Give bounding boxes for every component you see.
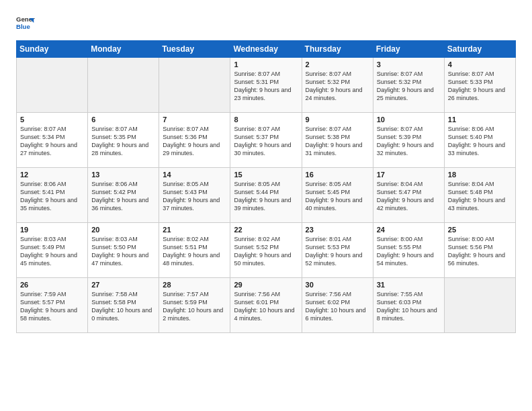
- day-cell-27: 27Sunrise: 7:58 AMSunset: 5:58 PMDayligh…: [88, 278, 159, 333]
- day-cell-18: 18Sunrise: 8:04 AMSunset: 5:48 PMDayligh…: [444, 168, 515, 223]
- day-cell-31: 31Sunrise: 7:55 AMSunset: 6:03 PMDayligh…: [373, 278, 444, 333]
- day-cell-8: 8Sunrise: 8:07 AMSunset: 5:37 PMDaylight…: [230, 113, 302, 168]
- cell-content: Sunrise: 7:59 AMSunset: 5:57 PMDaylight:…: [20, 290, 84, 323]
- day-cell-22: 22Sunrise: 8:02 AMSunset: 5:52 PMDayligh…: [230, 223, 302, 278]
- day-number: 26: [20, 281, 84, 289]
- col-header-saturday: Saturday: [444, 41, 515, 58]
- day-number: 17: [377, 171, 441, 179]
- day-number: 6: [91, 116, 155, 124]
- col-header-sunday: Sunday: [17, 41, 88, 58]
- day-cell-6: 6Sunrise: 8:07 AMSunset: 5:35 PMDaylight…: [88, 113, 159, 168]
- day-number: 7: [163, 116, 226, 124]
- day-number: 1: [234, 60, 298, 68]
- cell-content: Sunrise: 7:56 AMSunset: 6:01 PMDaylight:…: [234, 290, 298, 323]
- cell-content: Sunrise: 7:55 AMSunset: 6:03 PMDaylight:…: [377, 290, 441, 323]
- cell-content: Sunrise: 8:00 AMSunset: 5:55 PMDaylight:…: [377, 235, 441, 268]
- day-number: 31: [377, 281, 441, 289]
- day-cell-24: 24Sunrise: 8:00 AMSunset: 5:55 PMDayligh…: [373, 223, 444, 278]
- day-number: 18: [448, 171, 512, 179]
- day-cell-26: 26Sunrise: 7:59 AMSunset: 5:57 PMDayligh…: [17, 278, 88, 333]
- cell-content: Sunrise: 8:07 AMSunset: 5:39 PMDaylight:…: [377, 125, 441, 158]
- day-cell-7: 7Sunrise: 8:07 AMSunset: 5:36 PMDaylight…: [159, 113, 230, 168]
- day-cell-14: 14Sunrise: 8:05 AMSunset: 5:43 PMDayligh…: [159, 168, 230, 223]
- col-header-friday: Friday: [373, 41, 444, 58]
- day-cell-4: 4Sunrise: 8:07 AMSunset: 5:33 PMDaylight…: [444, 58, 515, 113]
- cell-content: Sunrise: 7:56 AMSunset: 6:02 PMDaylight:…: [306, 290, 369, 323]
- day-number: 9: [306, 116, 369, 124]
- day-cell-28: 28Sunrise: 7:57 AMSunset: 5:59 PMDayligh…: [159, 278, 230, 333]
- cell-content: Sunrise: 8:07 AMSunset: 5:35 PMDaylight:…: [91, 125, 155, 158]
- day-cell-16: 16Sunrise: 8:05 AMSunset: 5:45 PMDayligh…: [302, 168, 373, 223]
- day-number: 8: [234, 116, 298, 124]
- day-cell-30: 30Sunrise: 7:56 AMSunset: 6:02 PMDayligh…: [302, 278, 373, 333]
- cell-content: Sunrise: 7:57 AMSunset: 5:59 PMDaylight:…: [163, 290, 226, 323]
- day-cell-12: 12Sunrise: 8:06 AMSunset: 5:41 PMDayligh…: [17, 168, 88, 223]
- cell-content: Sunrise: 8:07 AMSunset: 5:31 PMDaylight:…: [234, 70, 298, 103]
- cell-content: Sunrise: 8:03 AMSunset: 5:49 PMDaylight:…: [20, 235, 84, 268]
- cell-content: Sunrise: 8:07 AMSunset: 5:33 PMDaylight:…: [448, 70, 512, 103]
- logo-icon: General Blue: [16, 13, 35, 32]
- day-number: 19: [20, 226, 84, 234]
- cell-content: Sunrise: 8:02 AMSunset: 5:52 PMDaylight:…: [234, 235, 298, 268]
- calendar: SundayMondayTuesdayWednesdayThursdayFrid…: [16, 40, 516, 333]
- day-number: 22: [234, 226, 298, 234]
- cell-content: Sunrise: 8:02 AMSunset: 5:51 PMDaylight:…: [163, 235, 226, 268]
- col-header-thursday: Thursday: [302, 41, 373, 58]
- day-number: 21: [163, 226, 226, 234]
- day-number: 2: [306, 60, 369, 68]
- day-cell-29: 29Sunrise: 7:56 AMSunset: 6:01 PMDayligh…: [230, 278, 302, 333]
- day-number: 16: [306, 171, 369, 179]
- calendar-week-1: 1Sunrise: 8:07 AMSunset: 5:31 PMDaylight…: [17, 58, 516, 113]
- day-number: 23: [306, 226, 369, 234]
- calendar-week-5: 26Sunrise: 7:59 AMSunset: 5:57 PMDayligh…: [17, 278, 516, 333]
- cell-content: Sunrise: 8:06 AMSunset: 5:41 PMDaylight:…: [20, 180, 84, 213]
- day-cell-19: 19Sunrise: 8:03 AMSunset: 5:49 PMDayligh…: [17, 223, 88, 278]
- cell-content: Sunrise: 8:06 AMSunset: 5:42 PMDaylight:…: [91, 180, 155, 213]
- day-number: 12: [20, 171, 84, 179]
- day-number: 27: [91, 281, 155, 289]
- day-number: 29: [234, 281, 298, 289]
- cell-content: Sunrise: 7:58 AMSunset: 5:58 PMDaylight:…: [91, 290, 155, 323]
- day-number: 28: [163, 281, 226, 289]
- day-cell-20: 20Sunrise: 8:03 AMSunset: 5:50 PMDayligh…: [88, 223, 159, 278]
- day-cell-15: 15Sunrise: 8:05 AMSunset: 5:44 PMDayligh…: [230, 168, 302, 223]
- empty-cell: [444, 278, 515, 333]
- day-number: 3: [377, 60, 441, 68]
- cell-content: Sunrise: 8:07 AMSunset: 5:32 PMDaylight:…: [306, 70, 369, 103]
- cell-content: Sunrise: 8:04 AMSunset: 5:47 PMDaylight:…: [377, 180, 441, 213]
- day-number: 4: [448, 60, 512, 68]
- day-cell-1: 1Sunrise: 8:07 AMSunset: 5:31 PMDaylight…: [230, 58, 302, 113]
- cell-content: Sunrise: 8:03 AMSunset: 5:50 PMDaylight:…: [91, 235, 155, 268]
- logo: General Blue: [16, 13, 35, 32]
- day-cell-21: 21Sunrise: 8:02 AMSunset: 5:51 PMDayligh…: [159, 223, 230, 278]
- cell-content: Sunrise: 8:01 AMSunset: 5:53 PMDaylight:…: [306, 235, 369, 268]
- cell-content: Sunrise: 8:07 AMSunset: 5:36 PMDaylight:…: [163, 125, 226, 158]
- page: General Blue SundayMondayTuesdayWednesda…: [0, 0, 532, 411]
- day-cell-25: 25Sunrise: 8:00 AMSunset: 5:56 PMDayligh…: [444, 223, 515, 278]
- col-header-tuesday: Tuesday: [159, 41, 230, 58]
- day-number: 24: [377, 226, 441, 234]
- cell-content: Sunrise: 8:07 AMSunset: 5:34 PMDaylight:…: [20, 125, 84, 158]
- cell-content: Sunrise: 8:06 AMSunset: 5:40 PMDaylight:…: [448, 125, 512, 158]
- empty-cell: [88, 58, 159, 113]
- day-number: 30: [306, 281, 369, 289]
- day-cell-23: 23Sunrise: 8:01 AMSunset: 5:53 PMDayligh…: [302, 223, 373, 278]
- calendar-header-row: SundayMondayTuesdayWednesdayThursdayFrid…: [17, 41, 516, 58]
- empty-cell: [17, 58, 88, 113]
- day-number: 15: [234, 171, 298, 179]
- day-cell-9: 9Sunrise: 8:07 AMSunset: 5:38 PMDaylight…: [302, 113, 373, 168]
- empty-cell: [159, 58, 230, 113]
- day-cell-11: 11Sunrise: 8:06 AMSunset: 5:40 PMDayligh…: [444, 113, 515, 168]
- day-cell-17: 17Sunrise: 8:04 AMSunset: 5:47 PMDayligh…: [373, 168, 444, 223]
- cell-content: Sunrise: 8:05 AMSunset: 5:44 PMDaylight:…: [234, 180, 298, 213]
- calendar-week-2: 5Sunrise: 8:07 AMSunset: 5:34 PMDaylight…: [17, 113, 516, 168]
- day-cell-3: 3Sunrise: 8:07 AMSunset: 5:32 PMDaylight…: [373, 58, 444, 113]
- cell-content: Sunrise: 8:05 AMSunset: 5:43 PMDaylight:…: [163, 180, 226, 213]
- day-number: 14: [163, 171, 226, 179]
- svg-text:Blue: Blue: [16, 23, 30, 30]
- calendar-week-4: 19Sunrise: 8:03 AMSunset: 5:49 PMDayligh…: [17, 223, 516, 278]
- cell-content: Sunrise: 8:04 AMSunset: 5:48 PMDaylight:…: [448, 180, 512, 213]
- day-number: 25: [448, 226, 512, 234]
- day-cell-2: 2Sunrise: 8:07 AMSunset: 5:32 PMDaylight…: [302, 58, 373, 113]
- col-header-wednesday: Wednesday: [230, 41, 302, 58]
